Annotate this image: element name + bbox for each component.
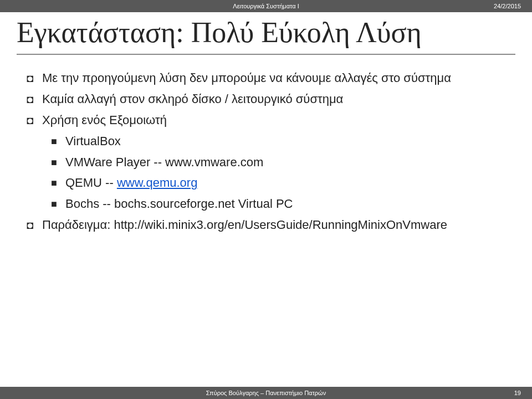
bullet-open-icon: ◘ [27, 69, 42, 86]
page-title: Εγκατάσταση: Πολύ Εύκολη Λύση [17, 14, 515, 50]
bullet-text: QEMU -- www.qemu.org [65, 174, 510, 192]
bullet-text: Χρήση ενός Εξομοιωτή [42, 111, 510, 129]
bullet-open-icon: ◘ [27, 90, 42, 108]
bullet-level1: ◘ Χρήση ενός Εξομοιωτή [27, 111, 510, 129]
page-number: 19 [488, 390, 521, 396]
bullet-level1: ◘ Παράδειγμα: http://wiki.minix3.org/en/… [27, 216, 510, 234]
bullet-level2: ■ VMWare Player -- www.vmware.com [51, 154, 510, 171]
top-bar: Λειτουργικά Συστήματα Ι 24/2/2015 [0, 0, 532, 12]
bottom-bar: Σπύρος Βούλγαρης – Πανεπιστήμιο Πατρών 1… [0, 387, 532, 399]
bullet-text: VMWare Player -- www.vmware.com [65, 154, 510, 171]
bullet-text: Καμία αλλαγή στον σκληρό δίσκο / λειτουρ… [42, 90, 510, 108]
bullet-text: Παράδειγμα: http://wiki.minix3.org/en/Us… [42, 216, 510, 234]
bullet-level2: ■ Bochs -- bochs.sourceforge.net Virtual… [51, 195, 510, 213]
bullet-text: VirtualBox [65, 132, 510, 150]
bullet-square-icon: ■ [51, 174, 65, 190]
slide: Λειτουργικά Συστήματα Ι 24/2/2015 Εγκατά… [0, 0, 532, 399]
bullet-level2: ■ QEMU -- www.qemu.org [51, 174, 510, 192]
title-area: Εγκατάσταση: Πολύ Εύκολη Λύση [0, 12, 532, 55]
bullet-level1: ◘ Καμία αλλαγή στον σκληρό δίσκο / λειτο… [27, 90, 510, 108]
bullet-level2: ■ VirtualBox [51, 132, 510, 150]
bullet-square-icon: ■ [51, 195, 65, 211]
bullet-open-icon: ◘ [27, 111, 42, 129]
bullet-level1: ◘ Με την προηγούμενη λύση δεν μπορούμε ν… [27, 69, 510, 87]
bullet-text: Bochs -- bochs.sourceforge.net Virtual P… [65, 195, 510, 213]
slide-date: 24/2/2015 [351, 3, 521, 9]
course-name: Λειτουργικά Συστήματα Ι [181, 3, 351, 9]
bullet-open-icon: ◘ [27, 216, 42, 233]
bullet-square-icon: ■ [51, 132, 65, 149]
qemu-link[interactable]: www.qemu.org [117, 176, 198, 190]
bullet-text: Με την προηγούμενη λύση δεν μπορούμε να … [42, 69, 510, 87]
bullet-square-icon: ■ [51, 154, 65, 170]
author-affiliation: Σπύρος Βούλγαρης – Πανεπιστήμιο Πατρών [44, 390, 488, 396]
slide-body: ◘ Με την προηγούμενη λύση δεν μπορούμε ν… [0, 55, 532, 237]
bullet-pretext: QEMU -- [65, 176, 117, 190]
